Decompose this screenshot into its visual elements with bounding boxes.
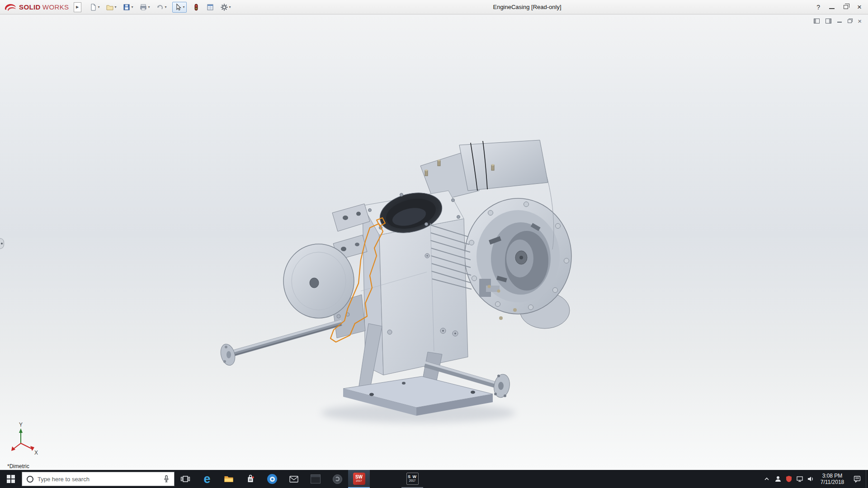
store-button[interactable] bbox=[240, 470, 261, 488]
window-controls: ? × bbox=[816, 3, 868, 11]
open-document-button[interactable]: ▾ bbox=[105, 2, 117, 12]
dropdown-caret-icon[interactable]: ▾ bbox=[115, 5, 117, 9]
show-hidden-icons-button[interactable] bbox=[761, 470, 773, 488]
triad-x-label: X bbox=[34, 450, 38, 456]
show-desktop-button[interactable] bbox=[866, 470, 868, 488]
dropdown-caret-icon[interactable]: ▾ bbox=[165, 5, 167, 9]
minimize-button[interactable] bbox=[829, 5, 835, 9]
feature-pane-icon[interactable] bbox=[814, 19, 820, 23]
dropdown-caret-icon[interactable]: ▾ bbox=[132, 5, 133, 9]
rebuild-icon bbox=[192, 3, 200, 11]
tray-user-button[interactable] bbox=[773, 470, 783, 488]
edge-icon: e bbox=[203, 473, 210, 485]
save-button[interactable]: ▾ bbox=[122, 2, 134, 12]
solidworks-logo-icon bbox=[4, 3, 17, 12]
flyout-dot-icon bbox=[1, 243, 3, 244]
solidworks-taskbar-button[interactable]: SW 2017 bbox=[348, 470, 370, 488]
action-center-button[interactable] bbox=[849, 470, 866, 488]
taskbar-search[interactable] bbox=[22, 472, 175, 486]
print-button[interactable]: ▾ bbox=[139, 2, 151, 12]
document-restore-button[interactable] bbox=[848, 19, 852, 23]
display-icon bbox=[796, 475, 803, 483]
tray-volume-button[interactable] bbox=[805, 470, 816, 488]
edge-button[interactable]: e bbox=[196, 470, 218, 488]
model-canvas[interactable]: Y X bbox=[0, 14, 868, 470]
triad-y-label: Y bbox=[19, 422, 23, 428]
solidworks-window-button[interactable]: S W 2017 bbox=[401, 470, 423, 488]
microphone-icon[interactable] bbox=[163, 475, 170, 483]
document-window-controls: × bbox=[814, 18, 862, 24]
select-cursor-icon bbox=[174, 3, 182, 11]
display-pane-icon[interactable] bbox=[826, 19, 831, 23]
menu-bar: SOLIDWORKS ▶ ▾ ▾ ▾ ▾ bbox=[0, 0, 868, 14]
options-gear-icon bbox=[220, 3, 228, 11]
dropdown-caret-icon[interactable]: ▾ bbox=[183, 5, 185, 9]
clock-time: 3:08 PM bbox=[819, 473, 846, 479]
windows-logo-icon bbox=[7, 475, 15, 483]
cortana-icon bbox=[27, 476, 33, 483]
terminal-icon bbox=[311, 474, 321, 483]
logo-text-bold: SOLID bbox=[19, 3, 41, 11]
save-icon bbox=[123, 3, 131, 11]
solidworks-window: SOLIDWORKS ▶ ▾ ▾ ▾ ▾ bbox=[0, 0, 868, 488]
options-button[interactable]: ▾ bbox=[220, 2, 231, 12]
menu-expand-button[interactable]: ▶ bbox=[74, 2, 81, 12]
orientation-triad: Y X bbox=[11, 422, 38, 456]
dropdown-caret-icon[interactable]: ▾ bbox=[98, 5, 100, 9]
graphics-viewport[interactable]: Y X × *Dimetric bbox=[0, 14, 868, 470]
file-explorer-icon bbox=[223, 474, 234, 484]
taskbar-search-input[interactable] bbox=[38, 476, 159, 483]
undo-icon bbox=[156, 3, 164, 11]
system-tray: 3:08 PM 7/11/2018 bbox=[761, 470, 868, 488]
restore-button[interactable] bbox=[844, 5, 848, 9]
file-properties-icon bbox=[206, 3, 214, 11]
store-icon bbox=[245, 474, 256, 484]
open-document-icon bbox=[106, 3, 114, 11]
quick-access-toolbar: ▾ ▾ ▾ ▾ ▾ bbox=[89, 2, 231, 13]
dropdown-caret-icon[interactable]: ▾ bbox=[148, 5, 150, 9]
solidworks-window-icon: S W 2017 bbox=[406, 473, 419, 485]
rebuild-button[interactable] bbox=[192, 2, 201, 12]
mail-button[interactable] bbox=[283, 470, 305, 488]
solidworks-app-icon: SW 2017 bbox=[353, 473, 365, 485]
windows-taskbar: e bbox=[0, 470, 868, 488]
dropdown-caret-icon[interactable]: ▾ bbox=[229, 5, 231, 9]
logo-text-light: WORKS bbox=[42, 3, 69, 11]
action-center-icon bbox=[853, 475, 861, 483]
help-button[interactable]: ? bbox=[816, 4, 820, 11]
browser-blue-button[interactable] bbox=[261, 470, 283, 488]
engine-model[interactable] bbox=[218, 140, 571, 423]
file-explorer-button[interactable] bbox=[218, 470, 240, 488]
tray-display-button[interactable] bbox=[794, 470, 805, 488]
clock-date: 7/11/2018 bbox=[819, 479, 846, 485]
file-properties-button[interactable] bbox=[206, 2, 215, 12]
mail-icon bbox=[288, 474, 299, 484]
terminal-button[interactable] bbox=[305, 470, 326, 488]
app-gray-button[interactable] bbox=[326, 470, 348, 488]
start-button[interactable] bbox=[0, 470, 22, 488]
view-orientation-label: *Dimetric bbox=[7, 463, 29, 469]
document-close-button[interactable]: × bbox=[858, 18, 862, 24]
document-minimize-button[interactable] bbox=[837, 19, 842, 23]
tray-security-button[interactable] bbox=[783, 470, 794, 488]
solidworks-logo[interactable]: SOLIDWORKS bbox=[0, 3, 69, 12]
chevron-up-icon bbox=[763, 476, 770, 482]
speaker-icon bbox=[807, 475, 814, 483]
undo-button[interactable]: ▾ bbox=[156, 2, 167, 12]
print-icon bbox=[139, 3, 147, 11]
task-view-icon bbox=[180, 474, 191, 484]
shield-icon bbox=[785, 475, 793, 483]
taskbar-apps: e bbox=[175, 470, 423, 488]
app-gray-icon bbox=[333, 474, 342, 484]
taskbar-clock[interactable]: 3:08 PM 7/11/2018 bbox=[816, 473, 849, 485]
user-icon bbox=[774, 475, 782, 483]
new-document-button[interactable]: ▾ bbox=[89, 2, 100, 12]
new-document-icon bbox=[89, 3, 97, 11]
flywheel-cover[interactable] bbox=[283, 244, 365, 338]
select-button[interactable]: ▾ bbox=[172, 2, 187, 13]
close-button[interactable]: × bbox=[857, 3, 862, 11]
browser-blue-icon bbox=[267, 474, 277, 484]
document-title: EngineCasing [Read-only] bbox=[493, 0, 561, 14]
task-view-button[interactable] bbox=[175, 470, 196, 488]
